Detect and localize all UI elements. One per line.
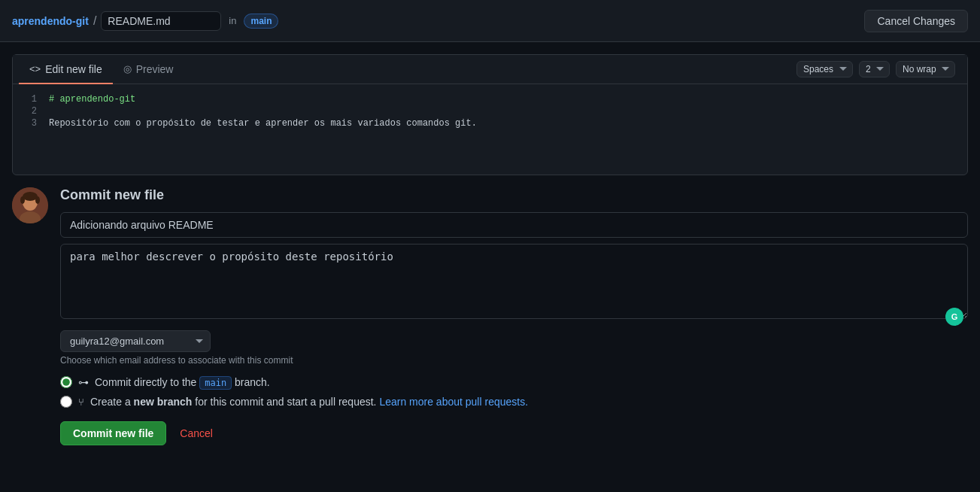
- code-line-2: 2: [13, 105, 967, 117]
- branch-badge: main: [244, 14, 278, 29]
- line-number-3: 3: [13, 118, 49, 129]
- avatar: [12, 187, 48, 223]
- editor-container: <> Edit new file ◎ Preview Spaces 2 No w…: [12, 54, 968, 175]
- header-left: aprendendo-git / in main: [12, 11, 864, 31]
- editor-tabs: <> Edit new file ◎ Preview Spaces 2 No w…: [13, 55, 967, 84]
- indent-size-select[interactable]: 2: [859, 61, 890, 77]
- commit-message-input[interactable]: [60, 212, 968, 238]
- code-line-1: 1 # aprendendo-git: [13, 93, 967, 105]
- separator: /: [93, 14, 96, 28]
- repo-link[interactable]: aprendendo-git: [12, 15, 89, 27]
- svg-point-4: [23, 192, 38, 201]
- tab-edit-label: Edit new file: [45, 63, 102, 75]
- tab-preview[interactable]: ◎ Preview: [113, 56, 184, 84]
- radio-direct-input[interactable]: [60, 376, 72, 388]
- cancel-changes-button[interactable]: Cancel Changes: [864, 10, 968, 32]
- email-hint: Choose which email address to associate …: [60, 355, 968, 366]
- email-select-wrapper: guilyra12@gmail.com: [60, 330, 211, 352]
- email-select[interactable]: guilyra12@gmail.com: [60, 330, 211, 352]
- commit-form: Commit new file para melhor descrever o …: [60, 187, 968, 445]
- radio-direct-option[interactable]: ⊶ Commit directly to the main branch.: [60, 376, 968, 388]
- cancel-button[interactable]: Cancel: [174, 423, 219, 444]
- commit-section: Commit new file para melhor descrever o …: [12, 187, 968, 445]
- action-buttons: Commit new file Cancel: [60, 421, 968, 445]
- line-content-1: # aprendendo-git: [49, 94, 135, 105]
- main-branch-tag: main: [199, 376, 232, 390]
- radio-newbranch-option[interactable]: ⑂ Create a new branch for this commit an…: [60, 396, 968, 408]
- commit-new-file-button[interactable]: Commit new file: [60, 421, 166, 445]
- line-content-3: Repositório com o propósito de testar e …: [49, 118, 477, 129]
- indent-mode-select[interactable]: Spaces: [796, 61, 853, 77]
- git-direct-icon: ⊶: [78, 376, 89, 388]
- commit-title: Commit new file: [60, 187, 968, 203]
- code-icon: <>: [29, 63, 41, 74]
- in-label: in: [229, 15, 236, 26]
- header: aprendendo-git / in main Cancel Changes: [0, 0, 980, 42]
- tab-edit[interactable]: <> Edit new file: [19, 56, 113, 84]
- svg-point-6: [35, 196, 40, 204]
- radio-direct-text: Commit directly to the main branch.: [95, 376, 270, 388]
- commit-description-textarea[interactable]: para melhor descrever o propósito deste …: [60, 244, 968, 319]
- code-line-3: 3 Repositório com o propósito de testar …: [13, 117, 967, 129]
- textarea-wrapper: para melhor descrever o propósito deste …: [60, 244, 968, 330]
- code-area[interactable]: 1 # aprendendo-git 2 3 Repositório com o…: [13, 84, 967, 175]
- wrap-select[interactable]: No wrap: [896, 61, 955, 77]
- line-number-1: 1: [13, 94, 49, 105]
- editor-settings: Spaces 2 No wrap: [790, 55, 961, 84]
- tabs-left: <> Edit new file ◎ Preview: [19, 56, 184, 84]
- svg-point-5: [20, 196, 25, 204]
- new-branch-bold: new branch: [134, 396, 193, 408]
- line-number-2: 2: [13, 106, 49, 117]
- radio-newbranch-input[interactable]: [60, 396, 72, 408]
- tab-preview-label: Preview: [136, 63, 174, 75]
- radio-newbranch-text: Create a new branch for this commit and …: [90, 396, 528, 408]
- filename-input[interactable]: [101, 11, 221, 31]
- eye-icon: ◎: [123, 63, 132, 74]
- grammarly-badge: G: [945, 308, 963, 326]
- learn-more-link[interactable]: Learn more about pull requests.: [379, 396, 528, 408]
- radio-group: ⊶ Commit directly to the main branch. ⑂ …: [60, 376, 968, 408]
- git-fork-icon: ⑂: [78, 396, 84, 408]
